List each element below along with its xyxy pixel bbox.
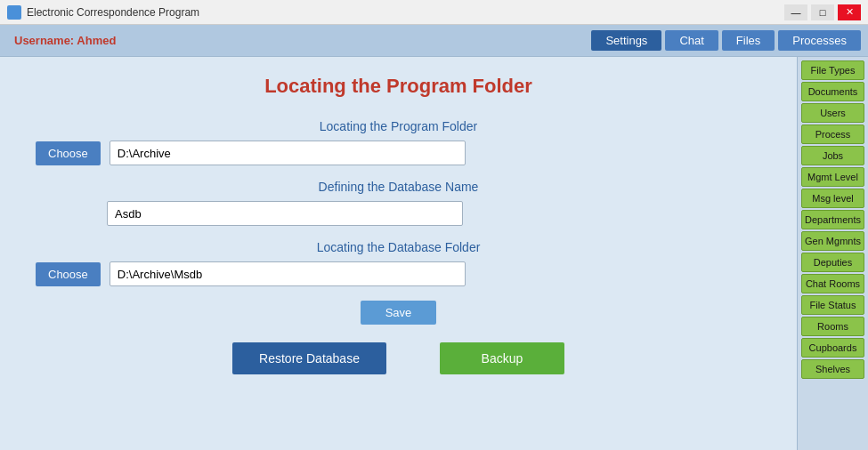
sidebar-item-chat-rooms[interactable]: Chat Rooms xyxy=(801,274,864,293)
sidebar-item-jobs[interactable]: Jobs xyxy=(801,146,864,165)
db-name-row xyxy=(36,201,761,226)
section3-label: Locating the Database Folder xyxy=(36,240,761,254)
sidebar-item-shelves[interactable]: Shelves xyxy=(801,359,864,379)
maximize-button[interactable]: □ xyxy=(811,4,834,20)
section2-label: Defining the Database Name xyxy=(36,180,761,194)
page-title: Locating the Program Folder xyxy=(36,75,761,98)
db-name-input[interactable] xyxy=(107,201,463,226)
sidebar-item-departments[interactable]: Departments xyxy=(801,210,864,229)
sidebar-item-rooms[interactable]: Rooms xyxy=(801,317,864,336)
backup-button[interactable]: Backup xyxy=(440,342,564,374)
save-row: Save xyxy=(36,301,761,325)
tab-settings[interactable]: Settings xyxy=(591,30,661,51)
close-button[interactable]: ✕ xyxy=(838,4,861,20)
sidebar-item-process[interactable]: Process xyxy=(801,125,864,144)
sidebar: File Types Documents Users Process Jobs … xyxy=(797,57,868,450)
minimize-button[interactable]: — xyxy=(784,4,807,20)
db-folder-row: Choose xyxy=(36,261,761,286)
sidebar-item-file-types[interactable]: File Types xyxy=(801,60,864,80)
sidebar-item-file-status[interactable]: File Status xyxy=(801,295,864,315)
main-layout: Locating the Program Folder Locating the… xyxy=(0,57,868,450)
sidebar-item-documents[interactable]: Documents xyxy=(801,82,864,101)
program-folder-row: Choose xyxy=(36,141,761,165)
sidebar-item-gen-mgmnts[interactable]: Gen Mgmnts xyxy=(801,231,864,251)
sidebar-item-deputies[interactable]: Deputies xyxy=(801,253,864,272)
tab-processes[interactable]: Processes xyxy=(778,30,861,51)
content-area: Locating the Program Folder Locating the… xyxy=(0,57,797,450)
save-button[interactable]: Save xyxy=(361,301,437,325)
top-nav: Username: Ahmed Settings Chat Files Proc… xyxy=(0,25,868,57)
choose-db-folder-button[interactable]: Choose xyxy=(36,262,101,286)
window-controls: — □ ✕ xyxy=(784,4,861,20)
title-bar: Electronic Correspondence Program — □ ✕ xyxy=(0,0,868,25)
section1-label: Locating the Program Folder xyxy=(36,119,761,133)
choose-folder-button[interactable]: Choose xyxy=(36,141,101,165)
sidebar-item-msg-level[interactable]: Msg level xyxy=(801,189,864,208)
sidebar-item-cupboards[interactable]: Cupboards xyxy=(801,338,864,358)
sidebar-item-users[interactable]: Users xyxy=(801,103,864,123)
app-icon xyxy=(7,5,21,20)
tab-files[interactable]: Files xyxy=(722,30,775,51)
db-folder-input[interactable] xyxy=(110,261,466,286)
tab-chat[interactable]: Chat xyxy=(665,30,718,51)
restore-database-button[interactable]: Restore Database xyxy=(232,342,386,374)
sidebar-item-mgmt-level[interactable]: Mgmt Level xyxy=(801,167,864,187)
program-folder-input[interactable] xyxy=(110,141,466,165)
window-title: Electronic Correspondence Program xyxy=(27,6,199,19)
username-label: Username: Ahmed xyxy=(14,34,116,47)
bottom-row: Restore Database Backup xyxy=(36,342,761,374)
